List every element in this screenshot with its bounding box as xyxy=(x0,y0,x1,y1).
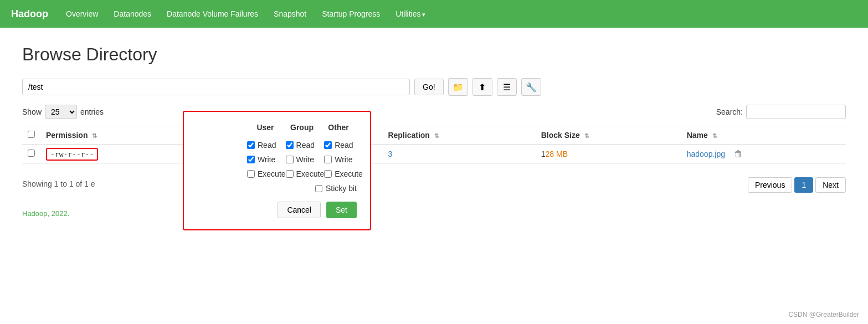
group-execute-checkbox[interactable] xyxy=(286,170,294,178)
group-execute-label: Execute xyxy=(296,169,325,178)
user-read-label: Read xyxy=(258,141,276,150)
other-write-cell: Write xyxy=(324,155,363,164)
other-execute-checkbox[interactable] xyxy=(324,170,332,178)
cell-name: hadoop.jpg 🗑 xyxy=(681,145,846,164)
table-row: -rw-r--r-- KB Feb 02 11:15 3 128 MB hado… xyxy=(22,145,846,164)
other-execute-cell: Execute xyxy=(324,169,363,178)
sort-icon-replication: ⇅ xyxy=(434,132,439,139)
user-read-checkbox[interactable] xyxy=(247,141,255,149)
show-label: Show xyxy=(22,107,42,116)
showing-text: Showing 1 to 1 of 1 e xyxy=(22,179,95,188)
permission-value: -rw-r--r-- xyxy=(46,148,98,161)
popup-user-header: User xyxy=(247,123,284,132)
sort-icon-name: ⇅ xyxy=(712,132,717,139)
cell-replication: 3 xyxy=(382,145,535,164)
permission-popup: User Group Other Read Read Read Write xyxy=(183,111,371,230)
user-execute-label: Execute xyxy=(258,169,286,178)
show-entries: Show 10 25 50 100 entries xyxy=(22,105,104,119)
user-execute-checkbox[interactable] xyxy=(247,170,255,178)
table-header-row: Permission ⇅ Last Modified ⇅ Replication… xyxy=(22,126,846,145)
popup-group-header: Group xyxy=(284,123,320,132)
other-read-checkbox[interactable] xyxy=(324,141,332,149)
replication-link[interactable]: 3 xyxy=(388,150,392,158)
entries-label: entries xyxy=(80,107,104,116)
go-button[interactable]: Go! xyxy=(414,79,444,95)
popup-column-headers: User Group Other xyxy=(197,123,357,132)
sticky-bit-label: Sticky bit xyxy=(326,184,357,193)
tools-icon-button[interactable]: 🔧 xyxy=(521,78,541,96)
group-read-cell: Read xyxy=(286,141,325,150)
other-read-cell: Read xyxy=(324,141,363,150)
file-name-link[interactable]: hadoop.jpg xyxy=(687,150,725,158)
group-write-label: Write xyxy=(296,155,314,164)
other-read-label: Read xyxy=(335,141,353,150)
controls-row: Show 10 25 50 100 entries Search: xyxy=(22,105,846,119)
nav-overview[interactable]: Overview xyxy=(59,6,105,22)
col-name[interactable]: Name ⇅ xyxy=(681,126,846,145)
sort-icon-block-size: ⇅ xyxy=(584,132,589,139)
nav-datanode-volume-failures[interactable]: Datanode Volume Failures xyxy=(160,6,265,22)
upload-icon-button[interactable]: ⬆ xyxy=(472,78,492,96)
path-row: Go! 📁 ⬆ ☰ 🔧 xyxy=(22,78,846,96)
navbar: Hadoop Overview Datanodes Datanode Volum… xyxy=(0,0,868,28)
page-title: Browse Directory xyxy=(22,44,846,65)
nav-datanodes[interactable]: Datanodes xyxy=(107,6,158,22)
col-block-size[interactable]: Block Size ⇅ xyxy=(536,126,681,145)
delete-icon[interactable]: 🗑 xyxy=(734,149,743,158)
other-write-checkbox[interactable] xyxy=(324,156,332,163)
search-box: Search: xyxy=(716,105,846,119)
sort-icon-permission: ⇅ xyxy=(92,132,97,139)
cancel-button[interactable]: Cancel xyxy=(278,202,321,218)
other-execute-label: Execute xyxy=(335,169,363,178)
sticky-bit-row: Sticky bit xyxy=(197,184,357,193)
cell-permission: -rw-r--r-- xyxy=(40,145,196,164)
group-write-cell: Write xyxy=(286,155,325,164)
previous-button[interactable]: Previous xyxy=(748,177,792,193)
group-write-checkbox[interactable] xyxy=(286,156,294,163)
popup-footer: Cancel Set xyxy=(197,202,357,218)
col-replication[interactable]: Replication ⇅ xyxy=(382,126,535,145)
nav-utilities[interactable]: Utilities xyxy=(389,6,432,22)
other-write-label: Write xyxy=(335,155,352,164)
group-execute-cell: Execute xyxy=(286,169,325,178)
page-1-button[interactable]: 1 xyxy=(794,177,813,193)
search-label: Search: xyxy=(716,107,743,116)
path-input[interactable] xyxy=(22,79,410,95)
nav-startup-progress[interactable]: Startup Progress xyxy=(315,6,387,22)
group-read-label: Read xyxy=(296,141,315,150)
nav-snapshot[interactable]: Snapshot xyxy=(267,6,313,22)
select-all-checkbox[interactable] xyxy=(28,131,35,138)
group-read-checkbox[interactable] xyxy=(286,141,294,149)
footer-text: Hadoop, 2022. xyxy=(22,209,69,218)
popup-other-header: Other xyxy=(320,123,357,132)
list-icon-button[interactable]: ☰ xyxy=(497,78,517,96)
user-execute-cell: Execute xyxy=(247,169,286,178)
footer: Hadoop, 2022. xyxy=(22,209,846,218)
data-table: Permission ⇅ Last Modified ⇅ Replication… xyxy=(22,126,846,164)
next-button[interactable]: Next xyxy=(815,177,846,193)
set-button[interactable]: Set xyxy=(326,202,357,218)
pagination-row: Previous 1 Next xyxy=(748,177,846,193)
folder-icon-button[interactable]: 📁 xyxy=(448,78,468,96)
block-size-highlight: 28 MB xyxy=(546,150,568,158)
user-write-cell: Write xyxy=(247,155,286,164)
navbar-links: Overview Datanodes Datanode Volume Failu… xyxy=(59,6,433,22)
row-checkbox[interactable] xyxy=(28,150,35,157)
sticky-bit-checkbox[interactable] xyxy=(315,185,322,192)
navbar-brand: Hadoop xyxy=(11,8,48,20)
user-write-checkbox[interactable] xyxy=(247,156,255,163)
search-input[interactable] xyxy=(746,105,846,119)
permissions-grid: Read Read Read Write Write Write xyxy=(197,141,357,178)
main-content: Browse Directory Go! 📁 ⬆ ☰ 🔧 Show 10 25 … xyxy=(0,28,868,234)
cell-block-size: 128 MB xyxy=(536,145,681,164)
entries-select[interactable]: 10 25 50 100 xyxy=(45,105,77,119)
col-permission[interactable]: Permission ⇅ xyxy=(40,126,196,145)
user-read-cell: Read xyxy=(247,141,286,150)
user-write-label: Write xyxy=(258,155,275,164)
